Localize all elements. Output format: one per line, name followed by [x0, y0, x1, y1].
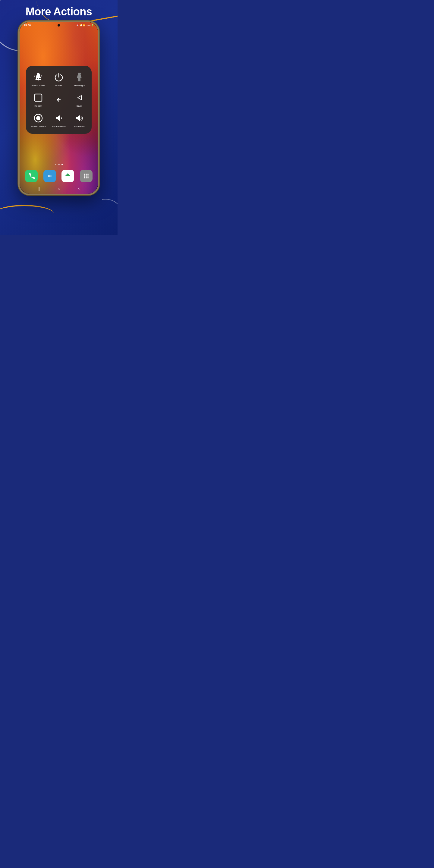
- svg-point-11: [87, 174, 89, 175]
- svg-point-5: [36, 116, 40, 120]
- recent-label: Recent: [34, 104, 42, 107]
- recent-icon: [33, 92, 44, 103]
- sound-mode-label: Sound mode: [31, 84, 45, 87]
- back-arrow-icon: [53, 94, 64, 105]
- back-triangle-button[interactable]: Back: [70, 90, 89, 109]
- svg-point-17: [87, 177, 89, 179]
- decoration-arc-2: [87, 199, 118, 235]
- volume-up-label: Volume up: [73, 125, 85, 128]
- svg-rect-3: [35, 94, 42, 101]
- phone-screen: 15:38 ⏰ 📶 📶 29% 🔋: [20, 22, 98, 194]
- decoration-gold-bottom: [0, 205, 54, 223]
- volume-down-label: Volume down: [52, 125, 66, 128]
- power-label: Power: [56, 84, 62, 87]
- svg-point-14: [87, 176, 89, 177]
- svg-point-8: [50, 176, 52, 177]
- home-nav[interactable]: ○: [58, 187, 60, 191]
- nav-dots: [20, 164, 98, 165]
- volume-up-button[interactable]: Volume up: [70, 111, 89, 130]
- page-title: More Actions: [26, 5, 92, 18]
- nav-dot-1: [55, 164, 56, 165]
- power-icon: [53, 72, 64, 83]
- svg-point-12: [84, 176, 85, 177]
- alarm-icon: ⏰: [76, 24, 79, 27]
- svg-point-6: [48, 176, 49, 177]
- status-time: 15:38: [24, 24, 31, 27]
- nav-dot-2: [58, 164, 60, 165]
- back-triangle-icon: [74, 92, 85, 103]
- page-title-wrap: More Actions: [0, 5, 118, 18]
- power-button[interactable]: Power: [50, 70, 68, 89]
- flashlight-button[interactable]: Flash light: [70, 70, 89, 89]
- svg-rect-1: [78, 73, 81, 75]
- screen-record-button[interactable]: Screen record: [29, 111, 48, 130]
- svg-point-9: [84, 174, 85, 175]
- bell-icon: [33, 72, 44, 83]
- sound-mode-button[interactable]: Sound mode: [29, 70, 48, 89]
- svg-point-16: [86, 177, 87, 179]
- back-arrow-button[interactable]: [50, 90, 68, 109]
- dock-messages[interactable]: [43, 170, 56, 182]
- bottom-nav: ||| ○ <: [20, 187, 98, 191]
- back-nav[interactable]: <: [78, 187, 80, 191]
- dock-apps[interactable]: [80, 170, 93, 182]
- signal-icon: 📶: [83, 24, 86, 27]
- svg-point-15: [84, 177, 85, 179]
- volume-up-icon: [74, 113, 85, 124]
- battery-text: 29%: [86, 24, 90, 27]
- svg-point-7: [49, 176, 50, 177]
- nav-dot-3: [61, 164, 63, 165]
- recents-nav[interactable]: |||: [37, 187, 40, 191]
- svg-point-10: [86, 174, 87, 175]
- dock-play[interactable]: [61, 170, 74, 182]
- action-panel: Sound mode Power: [26, 66, 92, 134]
- screen-record-label: Screen record: [31, 125, 46, 128]
- wifi-icon: 📶: [80, 24, 82, 27]
- svg-rect-2: [78, 79, 81, 82]
- flashlight-label: Flash light: [74, 84, 85, 87]
- back-label: Back: [76, 104, 82, 107]
- volume-down-button[interactable]: Volume down: [50, 111, 68, 130]
- recent-button[interactable]: Recent: [29, 90, 48, 109]
- volume-down-icon: [53, 113, 64, 124]
- status-icons: ⏰ 📶 📶 29% 🔋: [76, 24, 94, 27]
- dock: [20, 170, 98, 182]
- record-icon: [33, 113, 44, 124]
- camera-notch: [58, 24, 60, 27]
- dock-phone[interactable]: [25, 170, 38, 182]
- svg-point-13: [86, 176, 87, 177]
- battery-icon: 🔋: [91, 24, 94, 27]
- phone-frame: 15:38 ⏰ 📶 📶 29% 🔋: [18, 21, 99, 195]
- flashlight-icon: [74, 72, 85, 83]
